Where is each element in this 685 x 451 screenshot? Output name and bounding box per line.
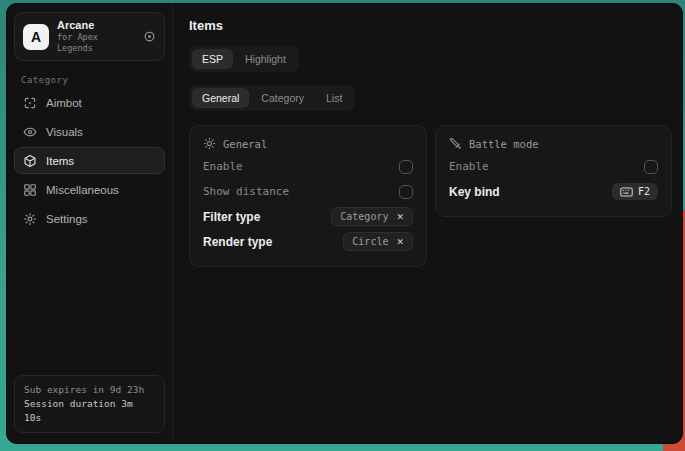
setting-label: Filter type bbox=[203, 210, 260, 224]
sidebar: A Arcane for Apex Legends Category bbox=[7, 4, 173, 443]
view-tab-group: General Category List bbox=[189, 85, 355, 111]
app-name: Arcane bbox=[57, 19, 135, 32]
tab-category[interactable]: Category bbox=[251, 88, 314, 108]
app-titles: Arcane for Apex Legends bbox=[57, 19, 135, 54]
general-panel-header: General bbox=[203, 137, 413, 150]
sidebar-item-label: Visuals bbox=[46, 126, 83, 138]
gear-icon bbox=[23, 212, 37, 226]
sub-expires-text: Sub expires in 9d 23h bbox=[24, 383, 155, 397]
render-type-tag[interactable]: Circle ✕ bbox=[343, 232, 413, 251]
sword-icon bbox=[449, 137, 462, 150]
sidebar-item-label: Miscellaneous bbox=[46, 184, 119, 196]
sidebar-item-miscellaneous[interactable]: Miscellaneous bbox=[14, 176, 165, 203]
setting-row-show-distance: Show distance bbox=[203, 179, 413, 204]
setting-row-key-bind: Key bind F2 bbox=[449, 179, 658, 204]
tab-esp[interactable]: ESP bbox=[192, 49, 233, 69]
show-distance-checkbox[interactable] bbox=[399, 185, 413, 199]
setting-label: Render type bbox=[203, 235, 272, 249]
setting-label: Enable bbox=[449, 160, 489, 173]
filter-type-tag[interactable]: Category ✕ bbox=[331, 207, 413, 226]
setting-row-enable: Enable bbox=[449, 154, 658, 179]
mode-tab-group: ESP Highlight bbox=[189, 46, 299, 72]
tab-list[interactable]: List bbox=[316, 88, 352, 108]
main-content: Items ESP Highlight General Category Lis… bbox=[173, 4, 682, 443]
package-icon bbox=[23, 154, 37, 168]
sidebar-item-settings[interactable]: Settings bbox=[14, 205, 165, 232]
subscription-info-card: Sub expires in 9d 23h Session duration 3… bbox=[14, 375, 165, 433]
crosshair-icon bbox=[23, 96, 37, 110]
panel-title: Battle mode bbox=[469, 138, 539, 150]
battle-mode-panel-header: Battle mode bbox=[449, 137, 658, 150]
setting-row-enable: Enable bbox=[203, 154, 413, 179]
setting-label: Show distance bbox=[203, 185, 289, 198]
session-duration-text: Session duration 3m 10s bbox=[24, 397, 155, 425]
panel-title: General bbox=[223, 138, 267, 150]
sidebar-item-label: Items bbox=[46, 155, 74, 167]
keybind-button[interactable]: F2 bbox=[612, 183, 658, 200]
app-subtitle: for Apex Legends bbox=[57, 32, 135, 54]
sidebar-spacer bbox=[14, 232, 165, 375]
keybind-value: F2 bbox=[638, 186, 650, 197]
enable-checkbox[interactable] bbox=[399, 160, 413, 174]
sidebar-item-aimbot[interactable]: Aimbot bbox=[14, 89, 165, 116]
setting-label: Enable bbox=[203, 160, 243, 173]
app-logo: A bbox=[23, 24, 49, 50]
general-panel: General Enable Show distance Filter type… bbox=[189, 125, 427, 267]
tag-value: Category bbox=[340, 211, 388, 222]
tab-general[interactable]: General bbox=[192, 88, 249, 108]
app-window: A Arcane for Apex Legends Category bbox=[7, 4, 682, 443]
page-title: Items bbox=[189, 18, 672, 33]
close-icon[interactable]: ✕ bbox=[396, 237, 404, 247]
sidebar-item-label: Settings bbox=[46, 213, 88, 225]
setting-label: Key bind bbox=[449, 185, 500, 199]
target-icon[interactable] bbox=[143, 30, 156, 43]
sidebar-item-label: Aimbot bbox=[46, 97, 82, 109]
grid-icon bbox=[23, 183, 37, 197]
panels-row: General Enable Show distance Filter type… bbox=[189, 125, 672, 267]
sidebar-item-items[interactable]: Items bbox=[14, 147, 165, 174]
keyboard-icon bbox=[620, 187, 633, 197]
tag-value: Circle bbox=[352, 236, 388, 247]
sidebar-item-visuals[interactable]: Visuals bbox=[14, 118, 165, 145]
tab-highlight[interactable]: Highlight bbox=[235, 49, 296, 69]
sun-icon bbox=[203, 137, 216, 150]
close-icon[interactable]: ✕ bbox=[396, 212, 404, 222]
setting-row-render-type: Render type Circle ✕ bbox=[203, 229, 413, 254]
battle-mode-panel: Battle mode Enable Key bind bbox=[435, 125, 672, 217]
app-header-card[interactable]: A Arcane for Apex Legends bbox=[14, 12, 165, 61]
category-section-label: Category bbox=[21, 75, 165, 85]
setting-row-filter-type: Filter type Category ✕ bbox=[203, 204, 413, 229]
eye-icon bbox=[23, 125, 37, 139]
battle-enable-checkbox[interactable] bbox=[644, 160, 658, 174]
sidebar-nav: Aimbot Visuals Items bbox=[14, 89, 165, 232]
